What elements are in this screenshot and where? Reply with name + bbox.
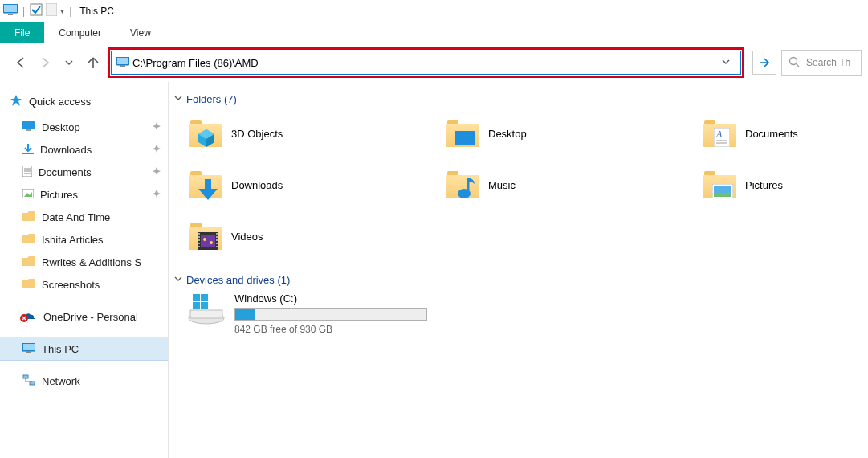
svg-rect-12 xyxy=(26,129,31,131)
drive-icon xyxy=(188,292,226,328)
svg-rect-2 xyxy=(8,14,13,15)
sidebar-item-label: Pictures xyxy=(40,189,78,201)
tab-view[interactable]: View xyxy=(116,22,165,43)
music-icon xyxy=(445,167,480,202)
sidebar-onedrive[interactable]: OneDrive - Personal xyxy=(0,305,168,328)
svg-rect-49 xyxy=(216,239,218,241)
folder-icon xyxy=(22,256,35,268)
pictures-icon xyxy=(702,167,737,202)
sidebar-item-screenshots[interactable]: Screenshots xyxy=(0,273,168,296)
nav-recent-button[interactable] xyxy=(59,53,79,72)
folder-label: Pictures xyxy=(745,179,783,191)
address-bar[interactable] xyxy=(111,51,741,75)
folder-label: Desktop xyxy=(488,128,527,140)
window-title: This PC xyxy=(76,6,114,17)
svg-rect-45 xyxy=(198,243,200,244)
menu-bar: File Computer View xyxy=(0,22,868,43)
3dobjects-icon xyxy=(188,116,223,151)
drives-section-header[interactable]: Devices and drives (1) xyxy=(172,271,865,292)
nav-forward-button[interactable] xyxy=(35,53,55,72)
svg-rect-47 xyxy=(216,233,218,235)
tab-file[interactable]: File xyxy=(0,22,44,43)
folders-section-header[interactable]: Folders (7) xyxy=(172,90,865,112)
chevron-down-icon[interactable] xyxy=(716,57,736,69)
sidebar-item-date-and-time[interactable]: Date And Time xyxy=(0,206,168,228)
videos-icon xyxy=(188,219,223,254)
svg-rect-42 xyxy=(198,233,200,235)
sidebar-item-pictures[interactable]: Pictures xyxy=(0,183,168,206)
folder-pictures[interactable]: Pictures xyxy=(702,163,868,207)
folder-videos[interactable]: Videos xyxy=(188,215,429,258)
svg-point-34 xyxy=(458,189,471,198)
svg-rect-7 xyxy=(120,65,125,67)
search-placeholder: Search Th xyxy=(806,57,850,68)
svg-rect-29 xyxy=(455,131,475,145)
go-button[interactable] xyxy=(752,51,776,75)
dropdown-icon[interactable]: ▾ xyxy=(60,6,64,15)
folders-grid: 3D Objects Desktop A xyxy=(172,112,865,271)
sidebar-this-pc[interactable]: This PC xyxy=(0,337,168,360)
svg-rect-11 xyxy=(22,121,35,129)
separator-icon: | xyxy=(67,6,73,17)
content: Folders (7) 3D Objects Desktop xyxy=(169,82,868,458)
sidebar-item-label: Documents xyxy=(39,166,92,178)
sidebar-item-label: Date And Time xyxy=(42,211,110,223)
folder-desktop[interactable]: Desktop xyxy=(445,112,686,155)
svg-rect-13 xyxy=(22,153,34,154)
svg-rect-51 xyxy=(216,246,218,247)
checkbox-icon[interactable] xyxy=(30,3,43,18)
svg-rect-56 xyxy=(193,302,200,309)
sidebar-item-rwrites[interactable]: Rwrites & Additions S xyxy=(0,251,168,273)
drive-windows-c[interactable]: Windows (C:) 842 GB free of 930 GB xyxy=(172,292,865,335)
svg-point-41 xyxy=(210,241,213,244)
chevron-down-icon xyxy=(173,274,183,286)
svg-rect-23 xyxy=(26,351,31,353)
sidebar-item-ishita-articles[interactable]: Ishita Articles xyxy=(0,228,168,251)
folder-downloads[interactable]: Downloads xyxy=(188,163,429,207)
svg-rect-22 xyxy=(23,344,35,350)
sidebar-item-label: OneDrive - Personal xyxy=(43,311,138,323)
sidebar: Quick access Desktop Downloads Docum xyxy=(0,82,169,458)
sidebar-item-label: Screenshots xyxy=(42,279,100,291)
separator-icon: | xyxy=(21,6,26,17)
svg-rect-57 xyxy=(201,302,208,309)
drive-label: Windows (C:) xyxy=(234,292,427,305)
svg-rect-39 xyxy=(201,235,215,247)
svg-text:A: A xyxy=(715,129,723,140)
sidebar-item-label: Downloads xyxy=(40,144,92,156)
downloads-icon xyxy=(188,167,223,202)
svg-point-8 xyxy=(790,57,797,64)
svg-rect-46 xyxy=(198,246,200,247)
svg-rect-37 xyxy=(714,193,731,197)
sidebar-quick-access[interactable]: Quick access xyxy=(0,90,168,112)
address-input[interactable] xyxy=(129,57,716,69)
folder-label: Videos xyxy=(231,231,263,243)
svg-rect-43 xyxy=(198,236,200,238)
svg-rect-1 xyxy=(4,5,17,12)
network-icon xyxy=(22,374,35,388)
folder-music[interactable]: Music xyxy=(445,163,686,207)
this-pc-icon xyxy=(22,343,35,355)
folder-3d-objects[interactable]: 3D Objects xyxy=(188,112,429,155)
tab-computer[interactable]: Computer xyxy=(44,22,116,43)
nav-back-button[interactable] xyxy=(11,53,31,72)
this-pc-icon xyxy=(3,4,18,18)
nav-up-button[interactable] xyxy=(84,53,103,72)
pictures-icon xyxy=(22,189,34,201)
sidebar-item-label: Rwrites & Additions S xyxy=(42,256,141,268)
documents-icon xyxy=(22,166,32,179)
folder-icon xyxy=(22,279,35,291)
pin-icon xyxy=(152,166,161,178)
sidebar-item-desktop[interactable]: Desktop xyxy=(0,116,168,138)
search-box[interactable]: Search Th xyxy=(781,50,862,76)
sidebar-item-downloads[interactable]: Downloads xyxy=(0,138,168,161)
sidebar-item-documents[interactable]: Documents xyxy=(0,161,168,183)
star-icon xyxy=(10,94,22,109)
doc-icon[interactable] xyxy=(46,3,57,18)
title-bar: | ▾ | This PC xyxy=(0,0,868,22)
svg-rect-24 xyxy=(23,375,28,378)
pin-icon xyxy=(152,121,161,133)
sidebar-network[interactable]: Network xyxy=(0,370,168,392)
sidebar-item-label: Desktop xyxy=(42,121,80,133)
folder-documents[interactable]: A Documents xyxy=(702,112,868,155)
